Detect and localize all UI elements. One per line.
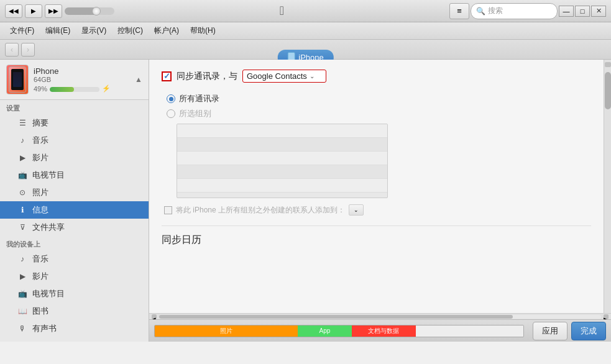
close-button[interactable]: ✕ [591, 6, 606, 17]
media-prev-button[interactable]: ◀◀ [5, 4, 22, 18]
group-row-3 [177, 152, 387, 165]
forward-button[interactable]: › [21, 43, 35, 57]
books-icon: 📖 [17, 306, 27, 316]
device-name-label: iPhone [34, 66, 130, 76]
sidebar-item-my-movies[interactable]: ▶ 影片 [0, 268, 149, 285]
my-tvshows-icon: 📺 [17, 289, 27, 299]
sidebar-item-music[interactable]: ♪ 音乐 [0, 132, 149, 149]
add-contacts-checkbox[interactable] [164, 206, 172, 214]
back-button[interactable]: ‹ [5, 43, 19, 57]
sync-contacts-checkbox[interactable]: ✓ [162, 71, 172, 81]
all-contacts-label: 所有通讯录 [179, 93, 219, 104]
radio-selected-groups[interactable]: 所选组别 [167, 106, 591, 121]
h-scrollbar-thumb[interactable] [159, 315, 513, 319]
add-contacts-dropdown[interactable]: ⌄ [349, 204, 364, 216]
radio-all-contacts[interactable]: 所有通讯录 [167, 91, 591, 106]
sidebar-item-my-tvshows[interactable]: 📺 电视节目 [0, 285, 149, 303]
list-icon: ≡ [457, 6, 462, 16]
charging-icon: ⚡ [102, 84, 111, 93]
list-button[interactable]: ≡ [449, 3, 469, 19]
sidebar: iPhone 64GB 49% ⚡ ▲ 设置 ☰ 摘要 ♪ 音乐 ▶ [0, 60, 149, 342]
minimize-button[interactable]: — [559, 6, 574, 17]
add-contacts-label: 将此 iPhone 上所有组别之外创建的联系人添加到： [176, 205, 345, 216]
eject-button[interactable]: ▲ [135, 75, 142, 84]
audiobooks-label: 有声书 [32, 323, 57, 334]
sidebar-item-info[interactable]: ℹ 信息 [0, 201, 149, 219]
filesharing-icon: ⊽ [17, 222, 27, 232]
scroll-right-arrow[interactable]: ▸ [604, 314, 609, 319]
media-next-button[interactable]: ▶▶ [45, 4, 62, 18]
device-details: iPhone 64GB 49% ⚡ [34, 66, 130, 93]
apple-icon:  [280, 4, 284, 18]
my-movies-icon: ▶ [17, 271, 27, 281]
contacts-source-dropdown[interactable]: Google Contacts ⌄ [242, 70, 326, 83]
sidebar-item-ringtones[interactable]: 🔔 铃声 [0, 337, 149, 342]
menu-edit[interactable]: 编辑(E) [40, 24, 75, 38]
scroll-up-arrow[interactable] [605, 62, 611, 67]
radio-all-dot [169, 97, 173, 101]
tvshows-label: 电视节目 [32, 170, 65, 181]
radio-groups-circle[interactable] [167, 109, 175, 118]
content-area: ✓ 同步通讯录，与 Google Contacts ⌄ 所有通讯录 [149, 60, 604, 313]
sidebar-item-movies[interactable]: ▶ 影片 [0, 149, 149, 166]
sync-contacts-label: 同步通讯录，与 [177, 71, 237, 82]
group-row-4 [177, 165, 387, 179]
group-row-2 [177, 138, 387, 152]
summary-label: 摘要 [32, 117, 48, 129]
sidebar-item-audiobooks[interactable]: 🎙 有声书 [0, 320, 149, 337]
my-music-label: 音乐 [32, 253, 48, 265]
device-thumbnail [6, 65, 29, 94]
apply-button[interactable]: 应用 [533, 322, 567, 340]
sync-calendar-title: 同步日历 [162, 225, 591, 247]
info-label: 信息 [32, 204, 48, 216]
checkbox-check-icon: ✓ [163, 71, 170, 81]
search-box[interactable]: 🔍 搜索 [471, 3, 558, 19]
storage-docs: 文档与数据 [352, 325, 416, 337]
search-icon: 🔍 [476, 7, 485, 16]
menu-bar: 文件(F) 编辑(E) 显示(V) 控制(C) 帐户(A) 帮助(H) [0, 22, 611, 40]
volume-thumb[interactable] [92, 7, 101, 16]
group-row-1 [177, 124, 387, 138]
media-play-button[interactable]: ▶ [25, 4, 42, 18]
horizontal-scrollbar[interactable]: ◂ ▸ [149, 313, 611, 319]
storage-free [416, 325, 523, 337]
storage-bar: 照片 App 文档与数据 [154, 325, 524, 337]
add-contacts-row: 将此 iPhone 上所有组别之外创建的联系人添加到： ⌄ [164, 204, 591, 216]
volume-slider[interactable] [65, 7, 114, 15]
capacity-fill [50, 87, 74, 92]
menu-control[interactable]: 控制(C) [113, 24, 148, 38]
mydevices-section-title: 我的设备上 [0, 236, 149, 250]
sidebar-item-photos[interactable]: ⊙ 照片 [0, 184, 149, 201]
device-info: iPhone 64GB 49% ⚡ ▲ [0, 60, 149, 100]
menu-help[interactable]: 帮助(H) [185, 24, 221, 38]
maximize-button[interactable]: □ [575, 6, 590, 17]
add-contacts-dropdown-icon: ⌄ [354, 207, 359, 213]
my-music-icon: ♪ [17, 254, 27, 264]
sync-contacts-header: ✓ 同步通讯录，与 Google Contacts ⌄ [162, 70, 591, 83]
music-icon: ♪ [17, 135, 27, 145]
sidebar-item-tvshows[interactable]: 📺 电视节目 [0, 166, 149, 184]
scroll-left-arrow[interactable]: ◂ [152, 314, 157, 319]
sidebar-item-my-music[interactable]: ♪ 音乐 [0, 250, 149, 268]
menu-account[interactable]: 帐户(A) [149, 24, 184, 38]
h-scrollbar-track [159, 315, 601, 319]
storage-app: App [298, 325, 351, 337]
menu-view[interactable]: 显示(V) [76, 24, 111, 38]
sidebar-item-books[interactable]: 📖 图书 [0, 303, 149, 320]
movies-icon: ▶ [17, 153, 27, 163]
menu-file[interactable]: 文件(F) [5, 24, 39, 38]
search-placeholder: 搜索 [488, 6, 503, 16]
scrollbar-thumb[interactable] [605, 72, 611, 109]
window-controls: ≡ 🔍 搜索 — □ ✕ [449, 3, 606, 19]
books-label: 图书 [32, 306, 48, 317]
radio-all-circle[interactable] [167, 94, 175, 103]
ringtones-label: 铃声 [32, 340, 48, 342]
done-button[interactable]: 完成 [571, 322, 606, 340]
sidebar-item-filesharing[interactable]: ⊽ 文件共享 [0, 219, 149, 236]
battery-label: 49% [34, 85, 47, 93]
storage-photos: 照片 [155, 325, 298, 337]
right-scrollbar[interactable] [604, 60, 611, 313]
info-icon: ℹ [17, 205, 27, 215]
tvshows-icon: 📺 [17, 170, 27, 180]
sidebar-item-summary[interactable]: ☰ 摘要 [0, 114, 149, 132]
